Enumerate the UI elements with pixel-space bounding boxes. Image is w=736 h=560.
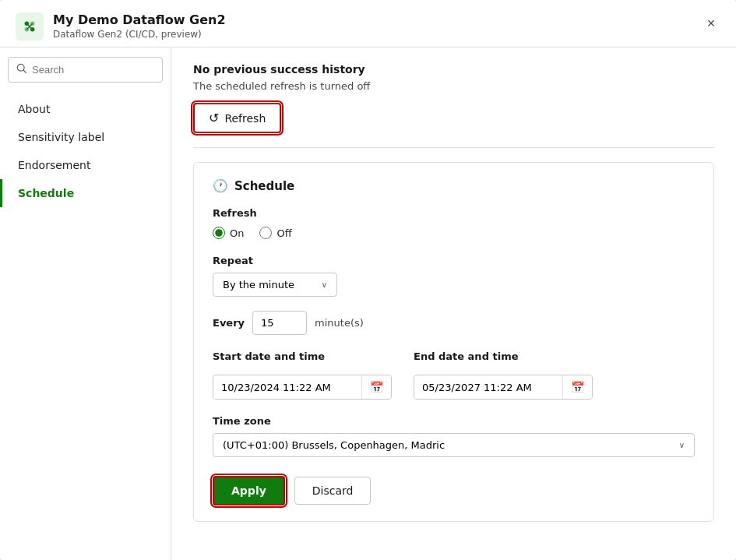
dialog-subtitle: Dataflow Gen2 (CI/CD, preview) (53, 29, 226, 41)
schedule-title: Schedule (234, 179, 294, 193)
search-box[interactable] (8, 57, 163, 83)
timezone-dropdown[interactable]: (UTC+01:00) Brussels, Copenhagen, Madric… (213, 433, 695, 457)
radio-off-label: Off (276, 227, 291, 239)
refresh-icon: ↺ (209, 111, 219, 125)
radio-on-option[interactable]: On (213, 227, 244, 239)
schedule-panel: 🕐 Schedule Refresh On Off (193, 162, 714, 522)
sidebar-item-endorsement[interactable]: Endorsement (0, 151, 171, 179)
apply-button[interactable]: Apply (213, 476, 285, 505)
refresh-btn-wrapper: ↺ Refresh (193, 103, 714, 133)
svg-line-7 (23, 71, 26, 73)
radio-off-input[interactable] (259, 227, 272, 239)
dialog-header: My Demo Dataflow Gen2 Dataflow Gen2 (CI/… (0, 0, 736, 48)
start-calendar-button[interactable]: 📅 (361, 375, 391, 399)
end-date-input[interactable] (414, 376, 562, 399)
dialog-body: About Sensitivity label Endorsement Sche… (0, 48, 736, 560)
start-date-input-wrapper: 📅 (213, 375, 392, 400)
radio-off-option[interactable]: Off (259, 227, 291, 239)
every-row: Every minute(s) (213, 311, 695, 335)
discard-button[interactable]: Discard (294, 477, 372, 505)
close-button[interactable]: × (699, 11, 724, 36)
timezone-label: Time zone (213, 415, 695, 427)
clock-icon: 🕐 (213, 178, 228, 193)
app-icon (16, 12, 44, 41)
repeat-dropdown[interactable]: By the minute ∨ (213, 273, 337, 297)
every-unit-label: minute(s) (315, 317, 364, 329)
refresh-section-label: Refresh (213, 207, 695, 219)
divider (193, 147, 714, 148)
sidebar-item-sensitivity-label[interactable]: Sensitivity label (0, 123, 171, 151)
sidebar-item-schedule[interactable]: Schedule (0, 179, 171, 207)
repeat-chevron-icon: ∨ (322, 280, 327, 289)
search-icon (16, 62, 27, 77)
calendar-icon-end: 📅 (571, 381, 584, 393)
timezone-section: Time zone (UTC+01:00) Brussels, Copenhag… (213, 415, 695, 457)
end-calendar-button[interactable]: 📅 (562, 375, 592, 399)
end-date-group: End date and time 📅 (414, 350, 593, 400)
header-titles: My Demo Dataflow Gen2 Dataflow Gen2 (CI/… (53, 12, 226, 41)
refresh-label: Refresh (224, 112, 266, 125)
repeat-section: Repeat By the minute ∨ (213, 255, 695, 297)
dialog-title: My Demo Dataflow Gen2 (53, 12, 226, 29)
main-content: No previous success history The schedule… (171, 48, 736, 560)
start-date-input[interactable] (213, 376, 361, 399)
date-time-row: Start date and time 📅 End date and time (213, 350, 695, 400)
scheduled-off-text: The scheduled refresh is turned off (193, 80, 714, 92)
every-input[interactable] (252, 311, 307, 335)
radio-on-input[interactable] (213, 227, 225, 239)
refresh-radio-group: On Off (213, 227, 695, 239)
search-input[interactable] (32, 64, 154, 76)
no-history-text: No previous success history (193, 63, 714, 76)
calendar-icon: 📅 (370, 381, 383, 393)
refresh-button[interactable]: ↺ Refresh (193, 103, 281, 133)
repeat-label: Repeat (213, 255, 695, 266)
timezone-value: (UTC+01:00) Brussels, Copenhagen, Madric (223, 439, 445, 451)
start-date-label: Start date and time (213, 350, 392, 362)
dialog: My Demo Dataflow Gen2 Dataflow Gen2 (CI/… (0, 0, 736, 560)
sidebar-item-about[interactable]: About (0, 95, 171, 123)
sidebar: About Sensitivity label Endorsement Sche… (0, 48, 171, 560)
radio-on-label: On (230, 227, 244, 239)
timezone-chevron-icon: ∨ (679, 441, 685, 449)
repeat-value: By the minute (223, 279, 294, 291)
action-row: Apply Discard (213, 476, 695, 505)
end-date-label: End date and time (414, 350, 593, 362)
every-label: Every (213, 317, 245, 329)
start-date-group: Start date and time 📅 (213, 350, 392, 400)
schedule-header: 🕐 Schedule (213, 178, 695, 193)
end-date-input-wrapper: 📅 (414, 375, 593, 400)
